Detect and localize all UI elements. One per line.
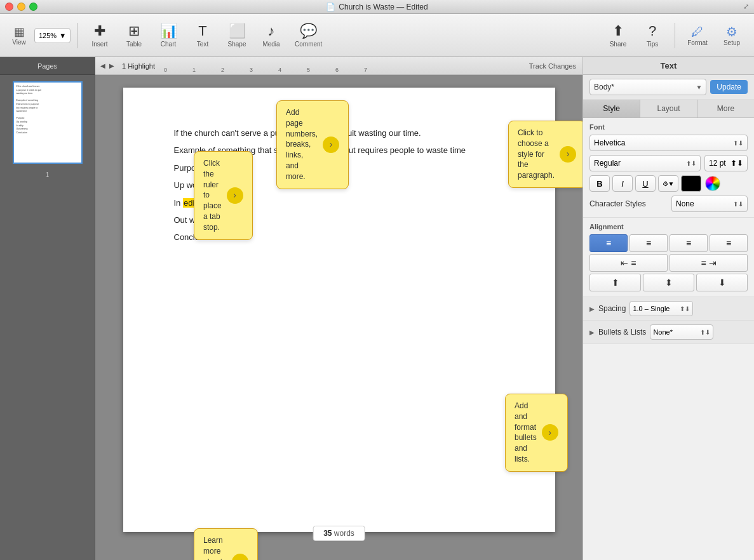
align-center-button[interactable]: ≡ <box>629 234 668 252</box>
tab-style[interactable]: Style <box>583 100 640 117</box>
view-button[interactable]: ▦ View <box>6 18 32 53</box>
char-style-value: None <box>676 199 694 208</box>
format-buttons-row: B I U ⚙▼ <box>589 175 748 192</box>
spacing-header[interactable]: ▶ Spacing 1.0 – Single ⬆⬇ <box>583 297 754 321</box>
align-right-button[interactable]: ≡ <box>670 234 708 252</box>
media-icon: ♪ <box>268 23 275 39</box>
table-icon: ⊞ <box>128 23 140 39</box>
setup-button[interactable]: ⚙ Setup <box>716 18 748 53</box>
tips-icon: ? <box>649 23 656 39</box>
zoom-control[interactable]: 125% ▼ <box>34 28 71 43</box>
pages-panel: Pages If the church can't servea purpose… <box>0 57 95 560</box>
setup-icon: ⚙ <box>726 24 737 39</box>
font-size-value: 12 pt <box>709 159 726 168</box>
prev-arrow[interactable]: ◀ <box>99 61 107 70</box>
color-wheel[interactable] <box>705 176 720 191</box>
bullets-tooltip: Add and format bullets and lists. › <box>505 394 568 472</box>
bold-button[interactable]: B <box>589 175 610 192</box>
spacing-arrow: ▶ <box>589 305 595 312</box>
shape-icon: ⬜ <box>229 23 246 39</box>
bullets-value: None* <box>653 328 673 336</box>
view-icon: ▦ <box>14 25 25 39</box>
font-family-select[interactable]: Helvetica ⬆⬇ <box>589 135 748 151</box>
font-style-row: Regular ⬆⬇ 12 pt ⬆⬇ <box>589 155 748 171</box>
separator-1 <box>77 23 77 48</box>
bullets-header[interactable]: ▶ Bullets & Lists None* ⬆⬇ <box>583 321 754 344</box>
insert-tooltip-arrow[interactable]: › <box>323 137 339 153</box>
chart-button[interactable]: 📊 Chart <box>152 18 184 53</box>
align-left-button[interactable]: ≡ <box>589 234 628 252</box>
table-button[interactable]: ⊞ Table <box>118 18 150 53</box>
text-effects-button[interactable]: ⚙▼ <box>658 175 678 192</box>
indent-right-button[interactable]: ≡ ⇥ <box>670 254 748 272</box>
font-size-stepper: ⬆⬇ <box>730 159 743 168</box>
font-size-control[interactable]: 12 pt ⬆⬇ <box>704 155 748 171</box>
update-button[interactable]: Update <box>710 80 748 94</box>
font-section: Font Helvetica ⬆⬇ Regular ⬆⬇ 12 pt ⬆⬇ B … <box>583 118 754 218</box>
insert-label: Insert <box>92 41 108 48</box>
bullets-select[interactable]: None* ⬆⬇ <box>650 324 713 340</box>
fullscreen-button[interactable]: ⤢ <box>743 3 749 11</box>
paragraph-tooltip-arrow[interactable]: › <box>560 146 576 163</box>
title-bar: 📄 Church is Waste — Edited ⤢ <box>0 0 754 14</box>
insert-button[interactable]: ✚ Insert <box>84 18 116 53</box>
bullets-tooltip-text: Add and format bullets and lists. <box>515 401 537 465</box>
word-count-label: words <box>334 529 354 538</box>
tips-button[interactable]: ? Tips <box>636 18 668 53</box>
indent-left-button[interactable]: ⇤ ≡ <box>589 254 668 272</box>
ruler-bar[interactable]: ◀ ▶ 1 Highlight 0 1 2 3 4 5 6 7 Track Ch… <box>95 57 582 75</box>
learn-tooltip-text: Learn more about using Pages. <box>203 535 227 560</box>
ruler-tooltip-arrow[interactable]: › <box>227 187 243 204</box>
font-style-select[interactable]: Regular ⬆⬇ <box>589 155 701 171</box>
minimize-button[interactable] <box>17 3 25 11</box>
close-button[interactable] <box>5 3 13 11</box>
char-styles-row: Character Styles None ⬆⬇ <box>589 196 748 212</box>
align-justify-button[interactable]: ≡ <box>710 234 748 252</box>
tips-label: Tips <box>647 41 659 48</box>
align-row-1: ≡ ≡ ≡ ≡ <box>589 234 748 252</box>
para-style-select[interactable]: Body* ▼ <box>589 79 706 95</box>
italic-button[interactable]: I <box>612 175 633 192</box>
format-label: Format <box>687 39 708 46</box>
format-button[interactable]: 🖊 Format <box>682 18 713 53</box>
chart-label: Chart <box>161 41 176 48</box>
spacing-title: Spacing <box>598 304 626 313</box>
ruler[interactable]: 0 1 2 3 4 5 6 7 <box>164 57 582 74</box>
tab-more[interactable]: More <box>697 100 754 117</box>
toolbar: ▦ View 125% ▼ ✚ Insert ⊞ Table 📊 Chart T… <box>0 14 754 57</box>
shape-label: Shape <box>228 41 246 48</box>
media-label: Media <box>262 41 279 48</box>
ruler-tooltip: Click the ruler to place a tab stop. › <box>194 151 253 240</box>
vertical-bottom-button[interactable]: ⬇ <box>696 274 748 291</box>
vertical-top-button[interactable]: ⬆ <box>589 274 641 291</box>
page-thumbnail-1[interactable]: If the church can't servea purpose it ne… <box>13 81 83 164</box>
font-color-swatch[interactable] <box>681 175 701 192</box>
learn-tooltip-arrow[interactable]: › <box>232 554 248 560</box>
shape-button[interactable]: ⬜ Shape <box>221 18 253 53</box>
underline-button[interactable]: U <box>635 175 656 192</box>
comment-button[interactable]: 💬 Comment <box>290 18 327 53</box>
bullets-select-arrow: ⬆⬇ <box>700 329 710 336</box>
bullets-tooltip-arrow[interactable]: › <box>542 424 558 441</box>
share-button[interactable]: ⬆ Share <box>602 18 634 53</box>
chart-icon: 📊 <box>160 23 177 39</box>
maximize-button[interactable] <box>29 3 37 11</box>
pages-header: Pages <box>0 57 95 75</box>
spacing-select[interactable]: 1.0 – Single ⬆⬇ <box>629 301 693 316</box>
comment-icon: 💬 <box>300 23 317 39</box>
bullets-title: Bullets & Lists <box>598 328 646 337</box>
spacing-select-arrow: ⬆⬇ <box>680 305 690 312</box>
alignment-label: Alignment <box>589 223 748 230</box>
window-title: Church is Waste — Edited <box>339 3 427 11</box>
text-button[interactable]: T Text <box>187 18 219 53</box>
right-panel-header: Text <box>583 57 754 75</box>
char-styles-label: Character Styles <box>589 199 646 208</box>
page-thumb-content: If the church can't servea purpose it ne… <box>17 85 41 136</box>
vertical-middle-button[interactable]: ⬍ <box>643 274 694 291</box>
tab-layout[interactable]: Layout <box>640 100 697 117</box>
para-style-value: Body* <box>594 83 614 91</box>
next-arrow[interactable]: ▶ <box>108 61 116 70</box>
char-style-select[interactable]: None ⬆⬇ <box>671 196 748 212</box>
insert-tooltip-text: Add page numbers, breaks, links, and mor… <box>286 107 318 182</box>
media-button[interactable]: ♪ Media <box>255 18 287 53</box>
